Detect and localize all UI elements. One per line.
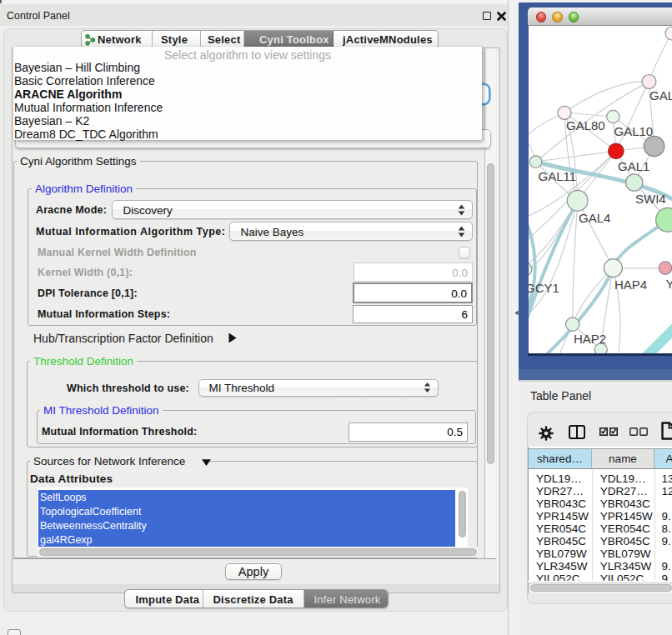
svg-text:GAL4: GAL4 <box>579 211 610 225</box>
svg-text:GCY1: GCY1 <box>529 281 559 295</box>
svg-text:GAL80: GAL80 <box>566 118 605 132</box>
svg-text:GAL10: GAL10 <box>614 124 653 138</box>
svg-text:Y: Y <box>665 277 672 291</box>
svg-text:GAL7: GAL7 <box>649 88 672 102</box>
svg-text:HAP4: HAP4 <box>614 278 647 292</box>
svg-text:SWI4: SWI4 <box>635 192 666 206</box>
svg-text:GAL1: GAL1 <box>618 159 649 173</box>
svg-text:HAP2: HAP2 <box>574 332 606 346</box>
svg-text:GAL11: GAL11 <box>538 169 576 183</box>
